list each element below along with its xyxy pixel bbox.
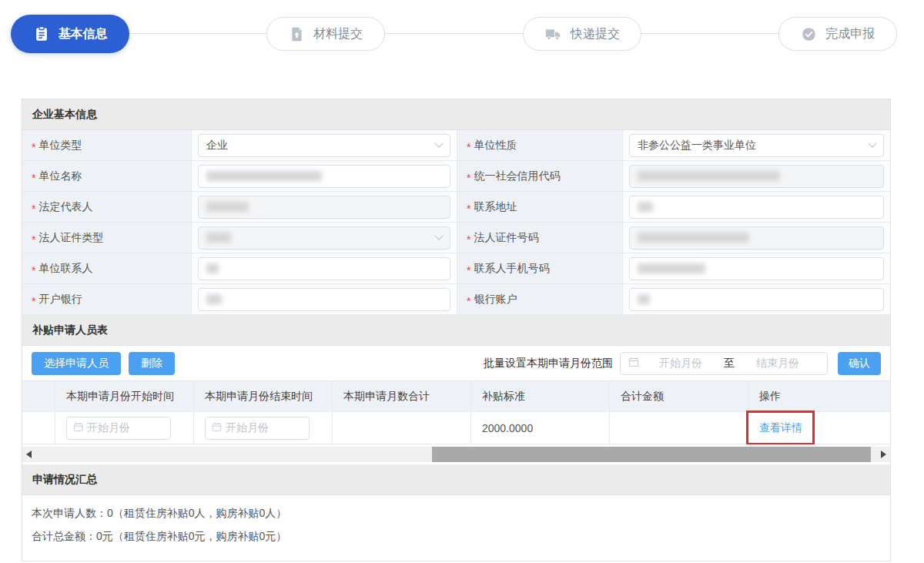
row-start-month-input[interactable]: 开始月份 xyxy=(66,417,171,440)
field-label-contact-address: * 联系地址 xyxy=(457,192,623,223)
company-info-form: * 单位类型 企业 * 单位性质 非参公公益一类事业单位 xyxy=(22,130,890,315)
legal-id-type-select[interactable] xyxy=(198,226,450,250)
personnel-table: 本期申请月份开始时间 本期申请月份结束时间 本期申请月数合计 补贴标准 合计金额… xyxy=(22,381,890,444)
required-marker: * xyxy=(32,141,35,153)
summary-amount-line: 合计总金额：0元（租赁住房补贴0元，购房补贴0元） xyxy=(32,524,881,548)
field-value-unit-nature: 非参公公益一类事业单位 xyxy=(623,130,890,161)
column-header-standard: 补贴标准 xyxy=(471,381,610,412)
view-details-link[interactable]: 查看详情 xyxy=(759,421,802,435)
select-applicants-button[interactable]: 选择申请人员 xyxy=(32,352,121,375)
required-marker: * xyxy=(32,233,35,246)
column-header-amount: 合计金额 xyxy=(610,381,748,412)
field-label-unit-type: * 单位类型 xyxy=(22,130,192,161)
legal-rep-input[interactable] xyxy=(198,196,450,219)
row-action-cell: 查看详情 xyxy=(748,412,890,444)
field-value-bank-account xyxy=(623,284,890,315)
row-months-cell xyxy=(333,412,471,444)
step-basic-info[interactable]: 基本信息 xyxy=(11,15,129,53)
field-label-unit-contact: * 单位联系人 xyxy=(22,253,192,284)
redacted-value xyxy=(638,294,650,304)
summary-applicants-line: 本次申请人数：0（租赁住房补贴0人，购房补贴0人） xyxy=(32,501,881,524)
step-connector xyxy=(129,33,266,34)
field-label-bank-name: * 开户银行 xyxy=(22,284,192,315)
step-express-submit[interactable]: 快递提交 xyxy=(523,17,641,51)
column-header-action: 操作 xyxy=(748,381,890,412)
contact-address-input[interactable] xyxy=(629,196,884,219)
required-marker: * xyxy=(32,172,35,184)
month-range-picker[interactable]: 开始月份 至 结束月份 xyxy=(620,352,828,375)
step-connector xyxy=(641,33,778,34)
chevron-down-icon xyxy=(868,139,876,147)
field-label-legal-id-type: * 法人证件类型 xyxy=(22,223,192,253)
unit-contact-input[interactable] xyxy=(198,257,450,280)
required-marker: * xyxy=(467,295,470,307)
step-label: 完成申报 xyxy=(825,26,875,42)
redacted-value xyxy=(638,233,749,243)
step-connector xyxy=(385,33,523,34)
column-header-months: 本期申请月数合计 xyxy=(333,381,471,412)
field-label-unit-name: * 单位名称 xyxy=(22,161,192,192)
step-label: 材料提交 xyxy=(313,26,363,42)
bank-name-input[interactable] xyxy=(198,288,450,311)
calendar-icon xyxy=(212,422,222,434)
required-marker: * xyxy=(467,141,470,153)
confirm-button[interactable]: 确认 xyxy=(838,352,881,375)
required-marker: * xyxy=(32,264,35,276)
field-label-legal-id-number: * 法人证件号码 xyxy=(457,223,623,253)
required-marker: * xyxy=(467,233,470,246)
scroll-right-arrow-icon[interactable] xyxy=(881,451,886,458)
scroll-left-arrow-icon[interactable] xyxy=(26,451,32,458)
start-month-placeholder[interactable]: 开始月份 xyxy=(639,357,722,370)
redacted-value xyxy=(206,171,322,181)
truck-icon xyxy=(544,25,562,43)
redacted-value xyxy=(638,263,705,273)
delete-button[interactable]: 删除 xyxy=(129,352,175,375)
step-complete-declare[interactable]: 完成申报 xyxy=(778,17,897,51)
upload-file-icon xyxy=(289,26,305,42)
field-value-contact-phone xyxy=(623,253,890,284)
field-value-bank-name xyxy=(192,284,457,315)
field-value-legal-id-number xyxy=(623,223,890,253)
clipboard-icon xyxy=(33,25,50,42)
chevron-down-icon xyxy=(434,139,443,147)
row-end-month-input[interactable]: 开始月份 xyxy=(205,417,310,440)
step-material-submit[interactable]: 材料提交 xyxy=(266,17,385,51)
field-value-legal-rep xyxy=(192,192,457,223)
field-value-unit-contact xyxy=(192,253,457,284)
field-value-legal-id-type xyxy=(192,223,457,253)
bank-account-input[interactable] xyxy=(629,288,884,311)
redacted-value xyxy=(206,263,219,273)
credit-code-input[interactable] xyxy=(629,165,884,188)
section-title-summary: 申请情况汇总 xyxy=(22,464,890,495)
redacted-value xyxy=(206,202,249,212)
field-label-contact-phone: * 联系人手机号码 xyxy=(457,253,623,284)
section-title-personnel: 补贴申请人员表 xyxy=(22,315,890,346)
page: 基本信息 材料提交 快递提交 xyxy=(0,0,924,563)
field-label-unit-nature: * 单位性质 xyxy=(457,130,623,161)
unit-name-input[interactable] xyxy=(198,165,450,188)
redacted-value xyxy=(206,294,222,304)
batch-range-label: 批量设置本期申请月份范围 xyxy=(484,357,613,370)
required-marker: * xyxy=(467,203,470,215)
scrollbar-thumb[interactable] xyxy=(432,447,871,462)
legal-id-number-input[interactable] xyxy=(629,226,884,250)
calendar-icon xyxy=(628,357,639,370)
redacted-value xyxy=(206,233,231,243)
unit-type-select[interactable]: 企业 xyxy=(198,134,450,157)
field-value-credit-code xyxy=(623,161,890,192)
field-label-bank-account: * 银行账户 xyxy=(457,284,623,315)
end-month-placeholder[interactable]: 结束月份 xyxy=(736,357,819,370)
column-header-start: 本期申请月份开始时间 xyxy=(55,381,194,412)
required-marker: * xyxy=(32,295,35,307)
field-label-credit-code: * 统一社会信用代码 xyxy=(457,161,623,192)
required-marker: * xyxy=(467,172,470,184)
summary-body: 本次申请人数：0（租赁住房补贴0人，购房补贴0人） 合计总金额：0元（租赁住房补… xyxy=(22,495,890,554)
contact-phone-input[interactable] xyxy=(629,257,884,280)
unit-nature-select[interactable]: 非参公公益一类事业单位 xyxy=(629,134,884,157)
row-start-cell: 开始月份 xyxy=(55,412,194,444)
main-panel: 企业基本信息 * 单位类型 企业 * 单位性质 非参公公益一类事业单位 xyxy=(22,99,891,561)
batch-month-range-group: 批量设置本期申请月份范围 开始月份 至 结束月份 确认 xyxy=(484,352,881,375)
row-checkbox-cell[interactable] xyxy=(22,412,55,444)
step-label: 基本信息 xyxy=(59,26,108,42)
required-marker: * xyxy=(32,203,35,215)
